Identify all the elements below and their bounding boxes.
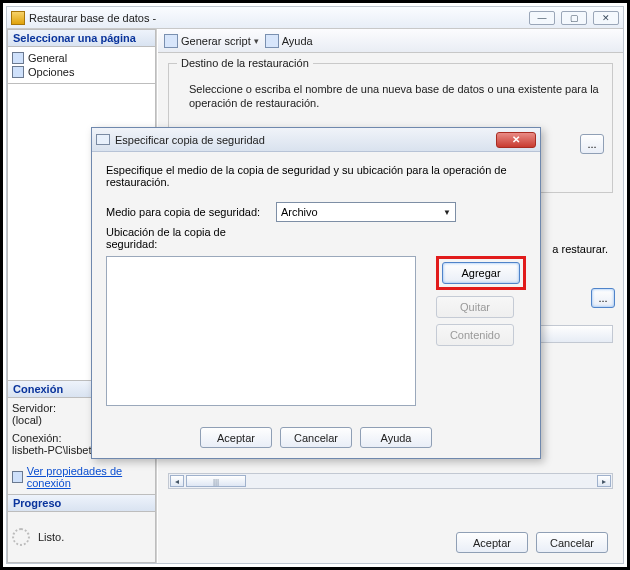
sidebar-item-label: General	[28, 52, 67, 64]
close-button[interactable]: ✕	[593, 11, 619, 25]
scroll-thumb[interactable]: |||	[186, 475, 246, 487]
help-icon	[265, 34, 279, 48]
chevron-down-icon: ▾	[254, 36, 259, 46]
sidebar-progress-header: Progreso	[8, 495, 155, 512]
specify-backup-dialog: Especificar copia de seguridad ✕ Especif…	[91, 127, 541, 459]
toolbar-script-label: Generar script	[181, 35, 251, 47]
group-legend: Destino de la restauración	[177, 57, 313, 69]
main-cancel-button[interactable]: Cancelar	[536, 532, 608, 553]
dialog-ok-button[interactable]: Aceptar	[200, 427, 272, 448]
content-button: Contenido	[436, 324, 514, 346]
sidebar-item-general[interactable]: General	[12, 51, 151, 65]
toolbar-generate-script[interactable]: Generar script ▾	[164, 34, 259, 48]
sidebar-progress-label: Progreso	[13, 497, 61, 509]
minimize-button[interactable]: —	[529, 11, 555, 25]
window-title: Restaurar base de datos -	[29, 12, 529, 24]
toolbar-help-label: Ayuda	[282, 35, 313, 47]
horizontal-scrollbar[interactable]: ◂ ||| ▸	[168, 473, 613, 489]
dialog-cancel-button[interactable]: Cancelar	[280, 427, 352, 448]
browse-button[interactable]: ...	[591, 288, 615, 308]
sidebar-connection-label: Conexión	[13, 383, 63, 395]
main-ok-button[interactable]: Aceptar	[456, 532, 528, 553]
dialog-close-button[interactable]: ✕	[496, 132, 536, 148]
partial-label-restaurar: a restaurar.	[552, 243, 608, 255]
dialog-help-button[interactable]: Ayuda	[360, 427, 432, 448]
main-titlebar: Restaurar base de datos - — ▢ ✕	[7, 7, 623, 29]
app-icon	[11, 11, 25, 25]
scroll-right-icon[interactable]: ▸	[597, 475, 611, 487]
sidebar-item-opciones[interactable]: Opciones	[12, 65, 151, 79]
backup-media-select[interactable]: Archivo ▼	[276, 202, 456, 222]
backup-media-label: Medio para copia de seguridad:	[106, 206, 276, 218]
backup-media-value: Archivo	[281, 206, 318, 218]
remove-button: Quitar	[436, 296, 514, 318]
dialog-title: Especificar copia de seguridad	[115, 134, 496, 146]
sidebar-item-label: Opciones	[28, 66, 74, 78]
chevron-down-icon: ▼	[443, 208, 451, 217]
maximize-button[interactable]: ▢	[561, 11, 587, 25]
sidebar-select-page-header: Seleccionar una página	[8, 30, 155, 47]
backup-location-listbox[interactable]	[106, 256, 416, 406]
page-icon	[12, 52, 24, 64]
backup-location-label: Ubicación de la copia de seguridad:	[106, 226, 276, 250]
toolbar-help[interactable]: Ayuda	[265, 34, 313, 48]
view-connection-properties-link[interactable]: Ver propiedades de conexión	[27, 465, 151, 489]
dialog-icon	[96, 134, 110, 145]
page-icon	[12, 66, 24, 78]
browse-button[interactable]: ...	[580, 134, 604, 154]
progress-status: Listo.	[38, 531, 64, 543]
highlight-agregar: Agregar	[436, 256, 526, 290]
scroll-left-icon[interactable]: ◂	[170, 475, 184, 487]
add-button[interactable]: Agregar	[442, 262, 520, 284]
dialog-intro: Especifique el medio de la copia de segu…	[106, 164, 526, 188]
sidebar-select-page-label: Seleccionar una página	[13, 32, 136, 44]
group-description: Seleccione o escriba el nombre de una nu…	[189, 82, 602, 111]
properties-icon	[12, 471, 23, 483]
script-icon	[164, 34, 178, 48]
progress-spinner-icon	[12, 528, 30, 546]
